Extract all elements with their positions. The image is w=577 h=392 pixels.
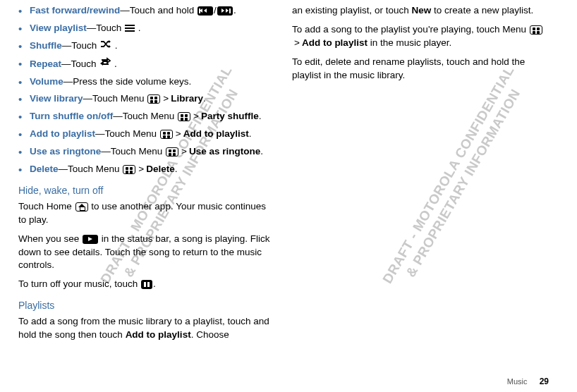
paragraph: To turn off your music, touch . [18,278,272,291]
keyword: View playlist [30,23,87,33]
keyword: Use as ringtone [30,146,101,157]
keyword: Volume [30,76,63,87]
left-column: Fast forward/rewind—Touch and hold /. Vi… [18,4,272,348]
keyword: Turn shuffle on/off [30,111,113,121]
paragraph: Touch Home to use another app. Your musi… [18,200,272,227]
bullet-fast-forward: Fast forward/rewind—Touch and hold /. [18,4,272,18]
repeat-icon [99,57,111,71]
pause-icon [141,280,152,289]
bullet-repeat: Repeat—Touch . [18,57,272,71]
right-column: an existing playlist, or touch New to cr… [292,4,546,348]
keyword: View library [30,93,83,104]
paragraph: To add a song from the music library to … [18,315,272,342]
play-icon [83,235,98,244]
keyword: Delete [30,164,59,174]
keyword: Fast forward/rewind [30,5,120,16]
keyword: Shuffle [30,40,62,51]
bullet-view-playlist: View playlist—Touch . [18,22,272,35]
paragraph: To add a song to the playlist you're pla… [292,23,546,50]
bullet-add-to-playlist: Add to playlist—Touch Menu >Add to playl… [18,128,272,141]
page-number: 29 [540,376,549,386]
shuffle-icon [100,39,111,53]
menu-icon [123,165,135,174]
menu-icon [178,112,190,121]
home-icon [75,202,88,212]
menu-icon [160,130,173,139]
list-icon [125,24,135,33]
menu-icon [166,147,178,157]
section-heading-playlists: Playlists [18,300,272,311]
menu-icon [530,25,542,35]
paragraph: To edit, delete and rename playlists, to… [292,56,546,82]
keyword: Add to playlist [30,128,95,139]
paragraph: When you see in the status bar, a song i… [18,233,272,273]
fast-forward-icon [217,6,233,16]
rewind-icon [198,6,213,16]
keyword: Repeat [30,58,61,68]
bullet-volume: Volume—Press the side volume keys. [18,75,272,89]
menu-icon [147,94,160,104]
footer-section-label: Music [507,377,528,386]
page-footer: Music 29 [507,376,549,386]
bullet-delete: Delete—Touch Menu >Delete. [18,163,272,176]
bullet-use-as-ringtone: Use as ringtone—Touch Menu >Use as ringt… [18,145,272,159]
paragraph: an existing playlist, or touch New to cr… [292,4,546,18]
bullet-turn-shuffle: Turn shuffle on/off—Touch Menu >Party sh… [18,110,272,123]
bullet-view-library: View library—Touch Menu >Library. [18,92,272,106]
section-heading-hide-wake: Hide, wake, turn off [18,185,272,196]
bullet-shuffle: Shuffle—Touch . [18,39,272,53]
